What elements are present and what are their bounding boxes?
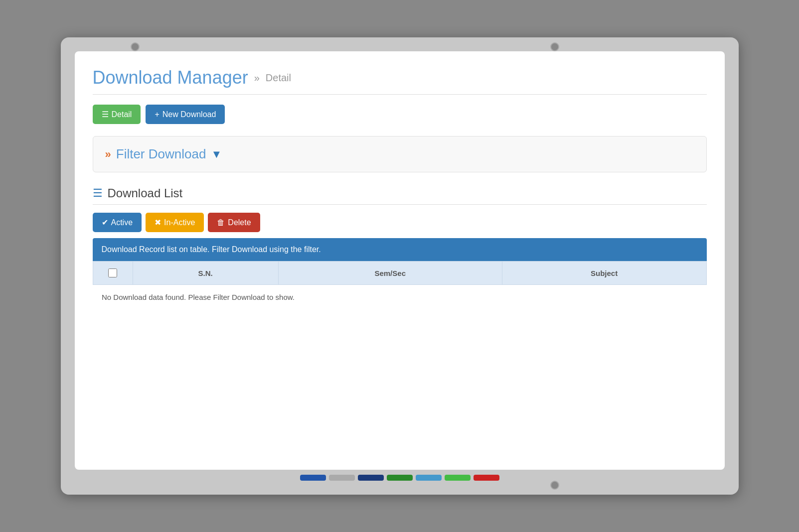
list-lines-icon: ☰ [93, 187, 103, 200]
whiteboard-frame: Download Manager » Detail ☰ Detail + New… [61, 37, 739, 495]
empty-row: No Download data found. Please Filter Do… [93, 285, 706, 310]
title-divider [93, 94, 707, 95]
checkmark-icon: ✔ [102, 218, 108, 227]
active-button[interactable]: ✔ Active [93, 213, 142, 232]
filter-section: » Filter Download ▼ [93, 136, 707, 172]
semsec-header: Sem/Sec [278, 262, 502, 285]
breadcrumb: Download Manager » Detail [93, 67, 707, 88]
markers-row [75, 475, 725, 481]
delete-label: Delete [228, 218, 251, 227]
breadcrumb-separator: » [254, 72, 260, 84]
table-header-row: S.N. Sem/Sec Subject [93, 262, 706, 285]
marker-red [474, 475, 499, 481]
table-info-bar: Download Record list on table. Filter Do… [93, 238, 707, 261]
marker-gray [329, 475, 355, 481]
marker-lime [445, 475, 471, 481]
marker-lightblue [416, 475, 442, 481]
marker-blue [300, 475, 326, 481]
new-download-button[interactable]: + New Download [146, 105, 225, 124]
delete-button[interactable]: 🗑 Delete [208, 213, 260, 232]
whiteboard-inner: Download Manager » Detail ☰ Detail + New… [75, 51, 725, 470]
subject-header: Subject [502, 262, 706, 285]
section-divider [93, 204, 707, 205]
filter-title: » Filter Download ▼ [105, 146, 694, 162]
screw-top-left [131, 42, 140, 51]
plus-icon: + [155, 110, 159, 119]
list-icon: ☰ [102, 110, 109, 119]
filter-title-text: Filter Download [116, 146, 206, 162]
toolbar-buttons: ☰ Detail + New Download [93, 105, 707, 124]
breadcrumb-detail: Detail [266, 72, 291, 84]
select-all-checkbox[interactable] [108, 268, 117, 277]
chevron-right-icon: » [105, 148, 111, 161]
section-title-text: Download List [108, 186, 183, 200]
x-icon: ✖ [155, 218, 161, 227]
new-download-label: New Download [162, 110, 216, 119]
screw-top-right [550, 42, 559, 51]
action-buttons: ✔ Active ✖ In-Active 🗑 Delete [93, 213, 707, 232]
section-title-row: ☰ Download List [93, 186, 707, 200]
table-info-text: Download Record list on table. Filter Do… [102, 245, 321, 254]
inactive-button[interactable]: ✖ In-Active [146, 213, 204, 232]
marker-darkblue [358, 475, 384, 481]
download-list-section: ☰ Download List ✔ Active ✖ In-Active 🗑 D… [93, 186, 707, 309]
detail-button[interactable]: ☰ Detail [93, 105, 141, 124]
filter-icon: ▼ [211, 148, 222, 161]
download-table: S.N. Sem/Sec Subject No Download data fo [93, 261, 707, 309]
trash-icon: 🗑 [217, 218, 225, 227]
inactive-label: In-Active [164, 218, 195, 227]
active-label: Active [111, 218, 133, 227]
detail-button-label: Detail [112, 110, 132, 119]
checkbox-header [93, 262, 133, 285]
marker-green [387, 475, 413, 481]
sn-header: S.N. [133, 262, 278, 285]
page-title: Download Manager [93, 67, 248, 88]
empty-message: No Download data found. Please Filter Do… [102, 293, 295, 301]
screw-bottom-right [550, 481, 559, 490]
